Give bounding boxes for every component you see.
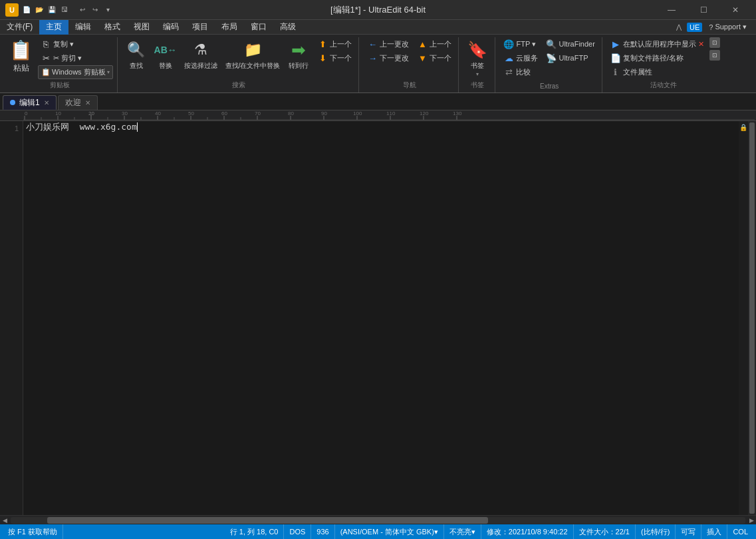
menu-project[interactable]: 项目 [186, 20, 215, 35]
encoding-type-status[interactable]: DOS [284, 524, 311, 539]
cut-btn[interactable]: ✂ ✂ 剪切 ▾ [38, 51, 113, 65]
replace-icon: AB↔ [155, 39, 176, 61]
navigation-group: ← 上一更改 → 下一更改 ▲ 上一个 ▼ 下一个 [360, 37, 459, 92]
scissors-icon: ✂ [41, 53, 51, 63]
title-bar: U 📄 📂 💾 🖫 ↩ ↪ ▾ [编辑1*] - UltraEdit 64-bi… [0, 0, 756, 20]
bookmark-btn[interactable]: 🔖 书签 ▾ [464, 37, 491, 79]
quick-access-toolbar: 📄 📂 💾 🖫 ↩ ↪ ▾ [21, 5, 113, 15]
help-btn[interactable]: ? Support ▾ [705, 21, 751, 33]
copy-path-label: 复制文件路径/名称 [623, 53, 684, 63]
compare-status: (比特/行) [636, 524, 676, 539]
ultrafinder-btn[interactable]: 🔍 UltraFinder [543, 37, 597, 51]
tab-editor1[interactable]: 编辑1 ✕ [3, 95, 57, 110]
menu-edit[interactable]: 编辑 [68, 20, 98, 35]
copy-btn[interactable]: ⎘ 复制 ▾ [38, 37, 113, 51]
clipboard-dropdown-btn[interactable]: 📋 Windows 剪贴板 ▾ [38, 65, 113, 79]
cut-label: ✂ 剪切 ▾ [53, 53, 82, 63]
tab-welcome[interactable]: 欢迎 ✕ [58, 95, 98, 110]
line-num-1: 1 [0, 122, 23, 134]
scroll-right-btn[interactable]: ▶ [747, 516, 756, 525]
search-group-label: 搜索 [123, 81, 355, 90]
cloud-btn[interactable]: ☁ 云服务 [501, 51, 541, 65]
line-numbers: 1 [0, 121, 23, 515]
clipboard-group: 📋 粘贴 ⎘ 复制 ▾ ✂ ✂ 剪切 ▾ 📋 Windows 剪贴板 [3, 37, 118, 92]
cloud-label: 云服务 [516, 53, 538, 63]
undo-btn[interactable]: ↩ [77, 5, 88, 15]
h-scrollbar-track[interactable] [11, 517, 745, 524]
save-all-btn[interactable]: 🖫 [59, 5, 70, 15]
nav-next-btn[interactable]: → 下一更改 [364, 51, 412, 65]
nav-prev-btn[interactable]: ← 上一更改 [364, 37, 412, 51]
goto-icon: ➡ [288, 39, 309, 61]
encoding-arrow: ▾ [434, 528, 438, 536]
scroll-left-btn[interactable]: ◀ [0, 516, 9, 525]
ftp-icon: 🌐 [503, 39, 514, 49]
menu-format[interactable]: 格式 [98, 20, 127, 35]
paste-btn[interactable]: 📋 粘贴 [7, 37, 35, 79]
editor-content[interactable]: 小刀娱乐网 www.x6g.com [23, 121, 739, 515]
redo-btn[interactable]: ↪ [90, 5, 100, 15]
search-down-btn[interactable]: ⬇ 下一个 [315, 51, 354, 65]
editor-cursor [137, 122, 138, 132]
search-down-icon: ⬇ [317, 53, 328, 63]
goto-label: 转到行 [289, 62, 309, 70]
find-replace-btn[interactable]: 📁 查找/在文件中替换 [223, 37, 283, 72]
menu-layout[interactable]: 布局 [215, 20, 244, 35]
col-status[interactable]: COL [727, 524, 753, 539]
ultraftp-btn[interactable]: 📡 UltraFTP [543, 51, 597, 65]
tab-welcome-close[interactable]: ✕ [85, 99, 90, 106]
menu-home[interactable]: 主页 [39, 20, 68, 35]
search-up-btn[interactable]: ⬆ 上一个 [315, 37, 354, 51]
active-file-group-label: 活动文件 [608, 81, 720, 90]
goto-btn[interactable]: ➡ 转到行 [285, 37, 312, 72]
codepage-text: 936 [316, 528, 328, 536]
ultraftp-icon: 📡 [546, 53, 557, 63]
menu-encode[interactable]: 编码 [156, 20, 186, 35]
codepage-status[interactable]: 936 [311, 524, 334, 539]
find-btn[interactable]: 🔍 查找 [123, 37, 150, 72]
file-attr-btn[interactable]: ℹ 文件属性 [608, 65, 707, 79]
highlight-status[interactable]: 不亮亮 ▾ [444, 524, 481, 539]
help-status[interactable]: 按 F1 获取帮助 [3, 524, 63, 539]
more-btn[interactable]: ▾ [102, 5, 113, 15]
new-file-btn[interactable]: 📄 [21, 5, 32, 15]
close-btn[interactable]: ✕ [720, 0, 751, 20]
tab-editor1-close[interactable]: ✕ [44, 99, 49, 106]
vertical-scrollbar[interactable] [748, 121, 756, 515]
find-icon: 🔍 [126, 39, 147, 61]
clipboard-dropdown-arrow: ▾ [107, 69, 110, 75]
write-mode-status[interactable]: 可写 [676, 524, 701, 539]
compare-btn[interactable]: ⇄ 比较 [501, 65, 541, 79]
extra-btn1[interactable]: ⊡ [709, 37, 720, 48]
search-up-label: 上一个 [330, 39, 352, 49]
modified-status: 修改： 2021/10/8 9:40:22 [481, 524, 574, 539]
h-scrollbar-container: ◀ ▶ [0, 515, 756, 524]
minimize-btn[interactable]: — [656, 0, 687, 20]
nav-up-btn[interactable]: ▲ 上一个 [414, 37, 454, 51]
ue-version-badge[interactable]: UE [687, 23, 702, 32]
menu-advanced[interactable]: 高级 [273, 20, 303, 35]
copy-path-btn[interactable]: 📄 复制文件路径/名称 [608, 51, 707, 65]
maximize-btn[interactable]: ☐ [688, 0, 719, 20]
save-btn[interactable]: 💾 [47, 5, 57, 15]
clipboard-dropdown-label: Windows 剪贴板 [52, 67, 106, 77]
encoding-status[interactable]: (ANSI/OEM - 简体中文 GBK) ▾ [335, 524, 444, 539]
ftp-btn[interactable]: 🌐 FTP ▾ [501, 37, 541, 51]
title-bar-controls: — ☐ ✕ [656, 0, 751, 20]
nav-down-btn[interactable]: ▼ 下一个 [414, 51, 454, 65]
show-default-app-btn[interactable]: ▶ 在默认应用程序中显示 ✕ [608, 37, 707, 51]
extra-btn2[interactable]: ⊡ [709, 50, 720, 61]
insert-status[interactable]: 插入 [701, 524, 727, 539]
svg-text:10: 10 [55, 110, 61, 116]
h-scrollbar-thumb[interactable] [47, 517, 488, 524]
find-label: 查找 [130, 62, 143, 70]
menu-view[interactable]: 视图 [127, 20, 156, 35]
v-scrollbar-thumb[interactable] [749, 122, 755, 514]
menu-file[interactable]: 文件(F) [0, 20, 39, 35]
position-status[interactable]: 行 1, 列 18, C0 [225, 524, 285, 539]
menu-window[interactable]: 窗口 [244, 20, 273, 35]
open-file-btn[interactable]: 📂 [34, 5, 45, 15]
filter-btn[interactable]: ⚗ 按选择过滤 [182, 37, 220, 72]
replace-btn[interactable]: AB↔ 替换 [152, 37, 179, 72]
compare-text: (比特/行) [641, 527, 670, 537]
